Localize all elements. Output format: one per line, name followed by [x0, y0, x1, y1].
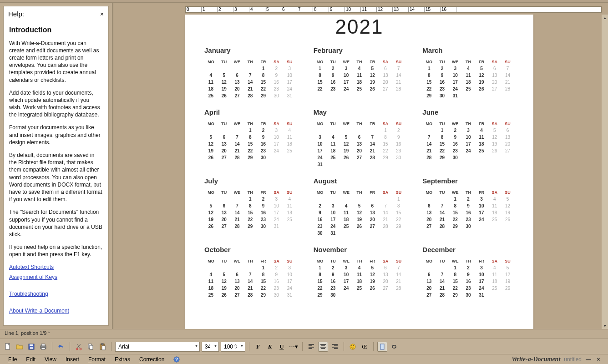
menu-format[interactable]: Format [84, 355, 110, 364]
calendar-day: 31 [314, 161, 327, 168]
weekday-header: WE [231, 59, 244, 65]
ruler-tick: 12 [377, 7, 393, 12]
svg-point-16 [353, 345, 354, 346]
weekday-header: TU [218, 189, 231, 196]
calendar-day: 24 [462, 147, 475, 154]
zoom-select[interactable] [221, 342, 245, 352]
underline-button[interactable]: U [277, 342, 287, 352]
calendar-day: 30 [462, 292, 475, 298]
link-icon[interactable] [389, 342, 399, 352]
save-icon[interactable] [26, 342, 36, 352]
month-name: November [314, 246, 405, 253]
emoji-icon[interactable] [348, 342, 358, 352]
calendar-day: 7 [243, 271, 257, 278]
calendar-day: 11 [353, 271, 366, 278]
calendar-day [339, 161, 353, 168]
menu-view[interactable]: View [40, 355, 61, 364]
calendar-day: 16 [462, 278, 475, 285]
calendar-day: 10 [339, 271, 353, 278]
calendar-day: 14 [379, 209, 392, 216]
calendar-day: 1 [243, 127, 257, 134]
calendar-day: 29 [314, 292, 327, 298]
undo-icon[interactable] [56, 342, 66, 352]
new-document-icon[interactable] [3, 342, 13, 352]
menu-correction[interactable]: Correction [135, 355, 169, 364]
italic-button[interactable]: K [265, 342, 275, 352]
open-folder-icon[interactable] [15, 342, 25, 352]
font-family-select[interactable] [115, 342, 200, 352]
calendar-day: 7 [422, 134, 436, 141]
calendar-day: 23 [257, 147, 270, 154]
scroll-up-icon[interactable]: ▴ [602, 15, 608, 21]
help-link[interactable]: Assignment of Keys [9, 273, 57, 281]
calendar-day: 31 [283, 292, 296, 298]
close-icon[interactable]: × [100, 10, 104, 18]
menu-insert[interactable]: Insert [61, 355, 84, 364]
calendar-day [488, 154, 501, 161]
weekday-header: TU [218, 258, 231, 264]
align-right-icon[interactable] [330, 342, 340, 352]
menu-extras[interactable]: Extras [110, 355, 135, 364]
paste-icon[interactable] [97, 342, 107, 352]
calendar-day [475, 92, 488, 99]
help-body: Introduction With Write-a-Document you c… [4, 20, 108, 322]
help-link[interactable]: About Write-a-Document [9, 307, 69, 314]
menu-edit[interactable]: Edit [21, 355, 40, 364]
horizontal-ruler[interactable]: 012345678910111213141516 [113, 3, 602, 15]
calendar-day: 24 [270, 216, 283, 223]
weekday-header: SU [283, 121, 296, 127]
month-october: OctoberMOTUWETHFRSASU 123456789101112131… [204, 246, 296, 298]
weekday-header: MO [204, 59, 218, 65]
calendar-day: 20 [422, 216, 436, 223]
calendar-day: 12 [204, 141, 218, 147]
help-link[interactable]: Autotext Shortcuts [9, 263, 54, 271]
calendar-day: 15 [449, 209, 462, 216]
copy-icon[interactable] [86, 342, 96, 352]
font-size-select[interactable] [202, 342, 219, 352]
calendar-day: 23 [449, 147, 462, 154]
page-viewport[interactable]: 2021 JanuaryMOTUWETHFRSASU 1234567891011… [113, 15, 602, 329]
calendar-day [501, 92, 514, 99]
weekday-header: WE [449, 189, 462, 196]
calendar-day: 9 [436, 72, 449, 79]
weekday-header: TH [243, 258, 257, 264]
month-february: FebruaryMOTUWETHFRSASU123456789101112131… [314, 46, 405, 99]
calendar-day: 28 [243, 292, 257, 298]
calendar-day: 18 [462, 79, 475, 86]
print-icon[interactable] [38, 342, 48, 352]
align-center-icon[interactable] [318, 342, 328, 352]
calendar-day: 24 [326, 223, 339, 230]
help-paragraph: With Write-a-Document you can create and… [9, 40, 103, 84]
weekday-header: WE [339, 189, 353, 196]
svg-rect-17 [380, 344, 384, 349]
calendar-day [314, 196, 327, 202]
calendar-day: 20 [379, 79, 392, 86]
year-heading: 2021 [204, 15, 514, 38]
calendar-day: 19 [339, 147, 353, 154]
help-icon[interactable]: ? [172, 354, 182, 364]
calendar-day: 3 [475, 264, 488, 271]
bold-button[interactable]: F [253, 342, 263, 352]
page-view-icon[interactable] [377, 342, 387, 352]
cut-icon[interactable] [74, 342, 84, 352]
close-button[interactable]: × [595, 356, 602, 363]
calendar-day [204, 264, 218, 271]
special-char-icon[interactable]: Œ [360, 342, 370, 352]
help-link[interactable]: Troubleshooting [9, 290, 48, 298]
more-formatting-icon[interactable]: ⋯▾ [289, 342, 299, 352]
calendar-day [392, 161, 405, 168]
scroll-down-icon[interactable]: ▾ [602, 323, 608, 329]
calendar-day: 8 [449, 202, 462, 209]
calendar-day: 21 [231, 216, 244, 223]
align-left-icon[interactable] [306, 342, 316, 352]
document-page[interactable]: 2021 JanuaryMOTUWETHFRSASU 1234567891011… [185, 15, 533, 329]
calendar-day: 19 [488, 141, 501, 147]
minimize-button[interactable]: — [585, 356, 592, 363]
weekday-header: TU [326, 189, 339, 196]
menu-file[interactable]: File [4, 355, 21, 364]
calendar-day: 23 [462, 285, 475, 292]
vertical-scrollbar[interactable]: ▴ ▾ [602, 15, 608, 329]
calendar-day: 6 [379, 264, 392, 271]
calendar-day: 18 [488, 278, 501, 285]
calendar-day: 20 [353, 147, 366, 154]
